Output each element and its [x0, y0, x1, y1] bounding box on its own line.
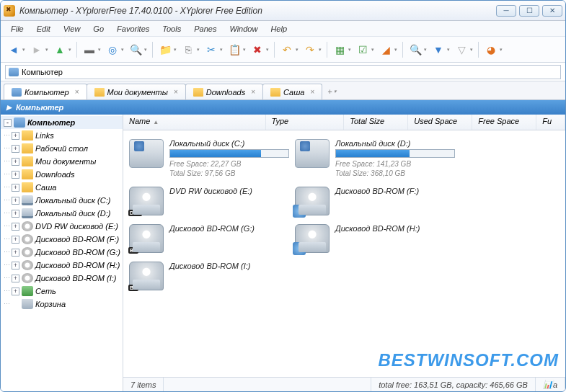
dropdown-icon[interactable]: ▾: [447, 47, 450, 53]
tree-item[interactable]: ⋯+Дисковод BD-ROM (F:): [1, 233, 123, 246]
target-icon[interactable]: ◎: [104, 41, 121, 58]
pie-icon[interactable]: ◕: [482, 41, 500, 58]
maximize-button[interactable]: ☐: [519, 5, 539, 17]
drive-item[interactable]: BDДисковод BD-ROM (H:): [292, 221, 458, 256]
menu-help[interactable]: Help: [265, 23, 293, 35]
drive-item[interactable]: BDДисковод BD-ROM (I:): [126, 259, 292, 293]
expand-icon[interactable]: +: [12, 210, 19, 218]
redo-icon[interactable]: ↷: [301, 41, 319, 58]
breadcrumb[interactable]: ▶ Компьютер: [1, 100, 565, 115]
expand-icon[interactable]: +: [12, 249, 19, 257]
dropdown-icon[interactable]: ▾: [220, 47, 223, 53]
tree-item[interactable]: ⋯+Downloads: [1, 168, 123, 181]
tree-item[interactable]: ⋯+Саша: [1, 181, 123, 194]
dropdown-icon[interactable]: ▾: [470, 47, 473, 53]
pizza-icon[interactable]: ◢: [377, 41, 394, 58]
expand-icon[interactable]: +: [12, 171, 19, 179]
expand-icon[interactable]: +: [12, 145, 19, 153]
menu-view[interactable]: View: [58, 23, 87, 35]
dropdown-icon[interactable]: ▾: [98, 47, 101, 53]
find-icon[interactable]: 🔍: [407, 41, 424, 58]
tree-item[interactable]: ⋯+Дисковод BD-ROM (I:): [1, 272, 123, 285]
minimize-button[interactable]: ─: [496, 5, 516, 17]
tree-item[interactable]: -Компьютер: [1, 116, 123, 129]
new-tab-button[interactable]: + ▾: [322, 84, 343, 99]
expand-icon[interactable]: +: [12, 236, 19, 244]
undo-icon[interactable]: ↶: [278, 41, 296, 58]
menu-window[interactable]: Window: [224, 23, 263, 35]
tree-item[interactable]: ⋯+Сеть: [1, 285, 123, 298]
tree-item[interactable]: ⋯Корзина: [1, 298, 123, 311]
dropdown-icon[interactable]: ▾: [243, 47, 246, 53]
tree-item[interactable]: ⋯+DVD RW дисковод (E:): [1, 220, 123, 233]
dropdown-icon[interactable]: ▾: [371, 47, 374, 53]
up-icon[interactable]: ▲: [51, 41, 68, 58]
tab-саша[interactable]: Саша×: [262, 84, 322, 99]
folder-tree[interactable]: -Компьютер⋯+Links⋯+Рабочий стол⋯+Мои док…: [1, 115, 123, 391]
expand-icon[interactable]: +: [12, 275, 19, 282]
menu-favorites[interactable]: Favorites: [111, 23, 155, 35]
tab-close-icon[interactable]: ×: [310, 88, 314, 96]
expand-icon[interactable]: +: [12, 132, 19, 140]
address-field[interactable]: Компьютер: [5, 65, 561, 79]
dropdown-icon[interactable]: ▾: [22, 47, 25, 53]
desktop-icon[interactable]: ▬: [81, 41, 98, 58]
tree-item[interactable]: ⋯+Локальный диск (C:): [1, 194, 123, 207]
dropdown-icon[interactable]: ▾: [319, 47, 322, 53]
close-button[interactable]: ✕: [542, 5, 562, 17]
select-icon[interactable]: ▦: [331, 41, 348, 58]
expand-icon[interactable]: +: [12, 288, 19, 295]
dropdown-icon[interactable]: ▾: [348, 47, 351, 53]
expand-icon[interactable]: +: [12, 197, 19, 205]
nofilter-icon[interactable]: ▽: [453, 41, 470, 58]
dropdown-icon[interactable]: ▾: [296, 47, 299, 53]
expand-icon[interactable]: +: [12, 158, 19, 166]
menu-edit[interactable]: Edit: [31, 23, 56, 35]
filter-icon[interactable]: ▼: [430, 41, 447, 58]
column-fu[interactable]: Fu: [536, 115, 565, 130]
column-total-size[interactable]: Total Size: [344, 115, 408, 130]
dropdown-icon[interactable]: ▾: [424, 47, 427, 53]
drive-item[interactable]: BDДисковод BD-ROM (G:): [126, 221, 292, 256]
zoom-icon[interactable]: 🔍: [127, 41, 144, 58]
back-icon[interactable]: ◄: [5, 41, 22, 58]
dropdown-icon[interactable]: ▾: [174, 47, 177, 53]
tab-close-icon[interactable]: ×: [174, 88, 178, 96]
column-name[interactable]: Name▲: [123, 115, 266, 130]
menu-tools[interactable]: Tools: [156, 23, 187, 35]
tab-close-icon[interactable]: ×: [251, 88, 255, 96]
drive-item[interactable]: BDДисковод BD-ROM (F:): [292, 184, 458, 218]
tab-компьютер[interactable]: Компьютер×: [4, 84, 87, 99]
dropdown-icon[interactable]: ▾: [45, 47, 48, 53]
expand-icon[interactable]: -: [4, 119, 12, 127]
dropdown-icon[interactable]: ▾: [121, 47, 124, 53]
delete-icon[interactable]: ✖: [249, 41, 266, 58]
column-header[interactable]: Name▲TypeTotal SizeUsed SpaceFree SpaceF…: [123, 115, 565, 130]
forward-icon[interactable]: ►: [28, 41, 45, 58]
column-used-space[interactable]: Used Space: [408, 115, 472, 130]
tree-item[interactable]: ⋯+Локальный диск (D:): [1, 207, 123, 220]
tree-item[interactable]: ⋯+Links: [1, 129, 123, 142]
check-icon[interactable]: ☑: [354, 41, 371, 58]
dropdown-icon[interactable]: ▾: [394, 47, 397, 53]
expand-icon[interactable]: +: [12, 262, 19, 270]
tree-item[interactable]: ⋯+Рабочий стол: [1, 142, 123, 155]
new-folder-icon[interactable]: 📁: [156, 41, 174, 58]
dropdown-icon[interactable]: ▾: [500, 47, 503, 53]
dropdown-icon[interactable]: ▾: [197, 47, 200, 53]
menu-go[interactable]: Go: [87, 23, 110, 35]
tree-item[interactable]: ⋯+Дисковод BD-ROM (H:): [1, 259, 123, 272]
tree-item[interactable]: ⋯+Дисковод BD-ROM (G:): [1, 246, 123, 259]
column-type[interactable]: Type: [266, 115, 345, 130]
copy-icon[interactable]: ⎘: [180, 41, 197, 58]
menu-panes[interactable]: Panes: [188, 23, 222, 35]
tab-downloads[interactable]: Downloads×: [185, 84, 263, 99]
dropdown-icon[interactable]: ▾: [266, 47, 269, 53]
paste-icon[interactable]: 📋: [226, 41, 243, 58]
tab-мои документы[interactable]: Мои документы×: [87, 84, 186, 99]
dropdown-icon[interactable]: ▾: [144, 47, 147, 53]
drive-item[interactable]: Локальный диск (C:)Free Space: 22,27 GBT…: [126, 136, 292, 181]
drive-item[interactable]: Локальный диск (D:)Free Space: 141,23 GB…: [292, 136, 458, 181]
menu-file[interactable]: File: [5, 23, 30, 35]
tree-item[interactable]: ⋯+Мои документы: [1, 155, 123, 168]
